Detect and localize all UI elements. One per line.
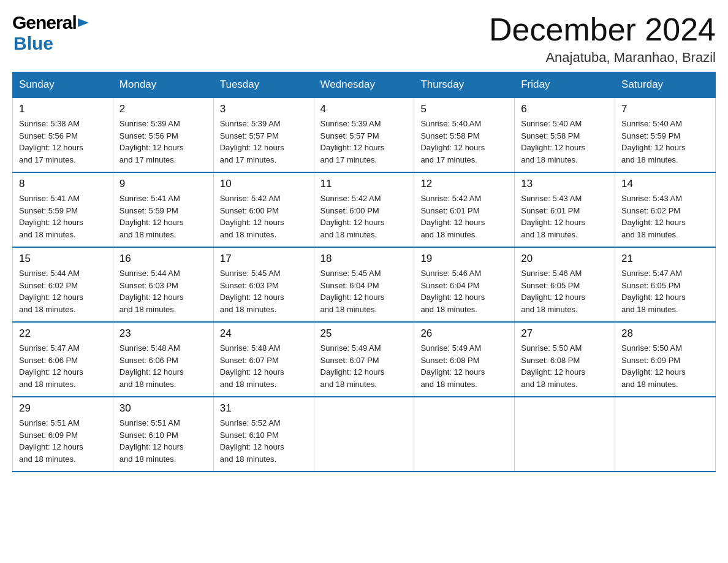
day-number: 7 [621,103,709,115]
day-info: Sunrise: 5:39 AMSunset: 5:57 PMDaylight:… [220,118,308,166]
calendar-cell: 30 Sunrise: 5:51 AMSunset: 6:10 PMDaylig… [113,397,213,472]
day-info: Sunrise: 5:46 AMSunset: 6:05 PMDaylight:… [521,267,609,315]
location-subtitle: Anajatuba, Maranhao, Brazil [489,50,716,66]
calendar-cell: 7 Sunrise: 5:40 AMSunset: 5:59 PMDayligh… [615,98,716,172]
day-number: 18 [320,253,408,265]
calendar-cell: 24 Sunrise: 5:48 AMSunset: 6:07 PMDaylig… [213,322,314,397]
day-info: Sunrise: 5:47 AMSunset: 6:05 PMDaylight:… [621,267,709,315]
day-number: 8 [19,178,107,190]
day-info: Sunrise: 5:41 AMSunset: 5:59 PMDaylight:… [19,193,107,240]
calendar-cell: 20 Sunrise: 5:46 AMSunset: 6:05 PMDaylig… [515,247,615,322]
calendar-cell: 16 Sunrise: 5:44 AMSunset: 6:03 PMDaylig… [113,247,213,322]
day-info: Sunrise: 5:40 AMSunset: 5:59 PMDaylight:… [621,118,709,166]
day-number: 1 [19,103,107,115]
day-number: 15 [19,253,107,265]
day-number: 14 [621,178,709,190]
calendar-cell: 14 Sunrise: 5:43 AMSunset: 6:02 PMDaylig… [615,172,716,247]
day-number: 28 [621,327,709,340]
calendar-header-row: SundayMondayTuesdayWednesdayThursdayFrid… [13,72,716,98]
calendar-cell: 19 Sunrise: 5:46 AMSunset: 6:04 PMDaylig… [414,247,515,322]
day-info: Sunrise: 5:51 AMSunset: 6:09 PMDaylight:… [19,417,107,465]
calendar-cell [515,397,615,472]
calendar-cell: 3 Sunrise: 5:39 AMSunset: 5:57 PMDayligh… [213,98,314,172]
day-info: Sunrise: 5:42 AMSunset: 6:01 PMDaylight:… [420,193,508,240]
day-info: Sunrise: 5:38 AMSunset: 5:56 PMDaylight:… [19,118,107,166]
calendar-cell: 15 Sunrise: 5:44 AMSunset: 6:02 PMDaylig… [13,247,113,322]
calendar-cell [615,397,716,472]
day-number: 23 [119,327,207,340]
day-info: Sunrise: 5:49 AMSunset: 6:07 PMDaylight:… [320,342,408,390]
calendar-cell: 4 Sunrise: 5:39 AMSunset: 5:57 PMDayligh… [314,98,414,172]
title-section: December 2024 Anajatuba, Maranhao, Brazi… [489,12,716,66]
calendar-table: SundayMondayTuesdayWednesdayThursdayFrid… [12,72,716,472]
header-tuesday: Tuesday [213,72,314,98]
day-info: Sunrise: 5:42 AMSunset: 6:00 PMDaylight:… [220,193,308,240]
day-number: 9 [119,178,207,190]
day-number: 11 [320,178,408,190]
calendar-week-row: 1 Sunrise: 5:38 AMSunset: 5:56 PMDayligh… [13,98,716,172]
header-sunday: Sunday [13,72,113,98]
day-number: 25 [320,327,408,340]
day-number: 24 [220,327,308,340]
day-info: Sunrise: 5:40 AMSunset: 5:58 PMDaylight:… [521,118,609,166]
calendar-cell: 27 Sunrise: 5:50 AMSunset: 6:08 PMDaylig… [515,322,615,397]
day-number: 16 [119,253,207,265]
day-info: Sunrise: 5:39 AMSunset: 5:56 PMDaylight:… [119,118,207,166]
day-number: 4 [320,103,408,115]
day-number: 26 [420,327,508,340]
calendar-cell: 2 Sunrise: 5:39 AMSunset: 5:56 PMDayligh… [113,98,213,172]
day-info: Sunrise: 5:50 AMSunset: 6:09 PMDaylight:… [621,342,709,390]
calendar-week-row: 8 Sunrise: 5:41 AMSunset: 5:59 PMDayligh… [13,172,716,247]
header-friday: Friday [515,72,615,98]
day-info: Sunrise: 5:39 AMSunset: 5:57 PMDaylight:… [320,118,408,166]
calendar-cell: 8 Sunrise: 5:41 AMSunset: 5:59 PMDayligh… [13,172,113,247]
month-title: December 2024 [489,12,716,47]
day-info: Sunrise: 5:47 AMSunset: 6:06 PMDaylight:… [19,342,107,390]
calendar-week-row: 15 Sunrise: 5:44 AMSunset: 6:02 PMDaylig… [13,247,716,322]
calendar-cell: 18 Sunrise: 5:45 AMSunset: 6:04 PMDaylig… [314,247,414,322]
calendar-cell: 13 Sunrise: 5:43 AMSunset: 6:01 PMDaylig… [515,172,615,247]
day-info: Sunrise: 5:45 AMSunset: 6:04 PMDaylight:… [320,267,408,315]
calendar-cell: 12 Sunrise: 5:42 AMSunset: 6:01 PMDaylig… [414,172,515,247]
calendar-cell: 26 Sunrise: 5:49 AMSunset: 6:08 PMDaylig… [414,322,515,397]
day-number: 6 [521,103,609,115]
calendar-cell [414,397,515,472]
day-info: Sunrise: 5:48 AMSunset: 6:07 PMDaylight:… [220,342,308,390]
day-info: Sunrise: 5:49 AMSunset: 6:08 PMDaylight:… [420,342,508,390]
day-number: 3 [220,103,308,115]
calendar-week-row: 22 Sunrise: 5:47 AMSunset: 6:06 PMDaylig… [13,322,716,397]
logo-general-text: General [12,12,77,33]
day-info: Sunrise: 5:51 AMSunset: 6:10 PMDaylight:… [119,417,207,465]
calendar-cell: 29 Sunrise: 5:51 AMSunset: 6:09 PMDaylig… [13,397,113,472]
day-info: Sunrise: 5:45 AMSunset: 6:03 PMDaylight:… [220,267,308,315]
day-number: 10 [220,178,308,190]
day-info: Sunrise: 5:43 AMSunset: 6:02 PMDaylight:… [621,193,709,240]
day-number: 2 [119,103,207,115]
calendar-cell: 25 Sunrise: 5:49 AMSunset: 6:07 PMDaylig… [314,322,414,397]
day-number: 21 [621,253,709,265]
header-wednesday: Wednesday [314,72,414,98]
calendar-cell: 10 Sunrise: 5:42 AMSunset: 6:00 PMDaylig… [213,172,314,247]
day-info: Sunrise: 5:52 AMSunset: 6:10 PMDaylight:… [220,417,308,465]
day-number: 22 [19,327,107,340]
day-number: 13 [521,178,609,190]
day-info: Sunrise: 5:44 AMSunset: 6:03 PMDaylight:… [119,267,207,315]
day-info: Sunrise: 5:50 AMSunset: 6:08 PMDaylight:… [521,342,609,390]
day-number: 20 [521,253,609,265]
header-thursday: Thursday [414,72,515,98]
calendar-week-row: 29 Sunrise: 5:51 AMSunset: 6:09 PMDaylig… [13,397,716,472]
day-info: Sunrise: 5:42 AMSunset: 6:00 PMDaylight:… [320,193,408,240]
logo-triangle-icon [77,16,90,29]
calendar-cell: 9 Sunrise: 5:41 AMSunset: 5:59 PMDayligh… [113,172,213,247]
day-info: Sunrise: 5:46 AMSunset: 6:04 PMDaylight:… [420,267,508,315]
day-number: 29 [19,402,107,415]
page-header: General Blue December 2024 Anajatuba, Ma… [12,12,716,66]
header-monday: Monday [113,72,213,98]
calendar-cell: 23 Sunrise: 5:48 AMSunset: 6:06 PMDaylig… [113,322,213,397]
logo-blue-text: Blue [13,33,53,54]
day-number: 27 [521,327,609,340]
day-info: Sunrise: 5:40 AMSunset: 5:58 PMDaylight:… [420,118,508,166]
day-number: 30 [119,402,207,415]
day-number: 17 [220,253,308,265]
svg-marker-0 [78,18,89,27]
